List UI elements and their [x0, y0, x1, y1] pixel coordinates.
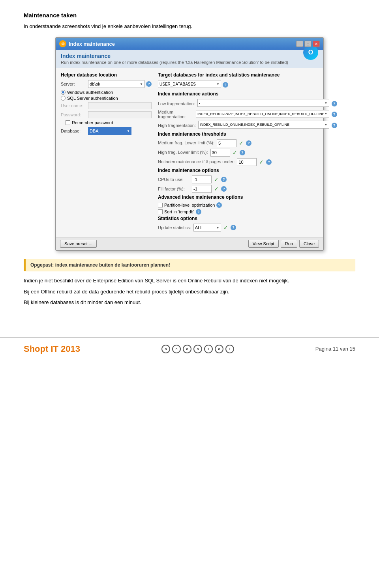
- offline-rebuild-link[interactable]: Offline rebuild: [41, 289, 72, 295]
- server-dropdown[interactable]: db\ok ▼: [88, 80, 144, 88]
- username-row: User name:: [61, 102, 152, 109]
- medium-frag-label: Medium fragmentation:: [158, 110, 193, 119]
- high-frag-dropdown[interactable]: INDEX_REBUILD_ONLINE,INDEX_REBUILD_OFFLI…: [198, 121, 329, 129]
- windows-auth-radio[interactable]: [61, 90, 66, 95]
- sort-tempdb-help-icon[interactable]: ?: [196, 209, 201, 215]
- high-lower-ok-icon: ✓: [233, 149, 237, 156]
- footer-dot-3: o: [183, 345, 191, 353]
- dialog-header-title: Index maintenance: [61, 53, 318, 59]
- minimize-button[interactable]: _: [296, 41, 303, 47]
- update-stats-value: ALL: [195, 225, 203, 230]
- cpus-row: CPUs to use: ✓ ?: [158, 175, 337, 183]
- medium-lower-row: Medium frag. Lower limit (%): ✓ ?: [158, 139, 337, 147]
- server-row: Server: db\ok ▼ ?: [61, 80, 152, 88]
- update-stats-dropdown[interactable]: ALL ▼: [193, 224, 221, 231]
- partition-opt-help-icon[interactable]: ?: [216, 202, 222, 208]
- medium-frag-help-icon[interactable]: ?: [332, 112, 337, 117]
- medium-lower-label: Medium frag. Lower limit (%):: [158, 140, 214, 146]
- windows-auth-label: Windows authentication: [67, 90, 113, 95]
- medium-lower-help-icon[interactable]: ?: [246, 140, 251, 146]
- footer-dot-5: I: [204, 345, 213, 353]
- partition-opt-label: Partition-level optimization: [164, 203, 215, 207]
- online-rebuild-link[interactable]: Online Rebuild: [188, 278, 221, 284]
- close-button[interactable]: Close: [299, 240, 319, 248]
- stats-title: Statistics options: [158, 216, 337, 221]
- paragraph-2: Bij een Offline rebuild zal de data gedu…: [24, 288, 355, 296]
- no-index-help-icon[interactable]: ?: [266, 159, 272, 165]
- update-stats-label: Update statistics:: [158, 225, 191, 230]
- update-stats-row: Update statistics: ALL ▼ ✓ ?: [158, 224, 337, 231]
- medium-lower-ok-icon: ✓: [239, 140, 244, 146]
- footer-btn-group: View Script Run Close: [248, 240, 319, 248]
- high-frag-help-icon[interactable]: ?: [332, 123, 337, 128]
- remember-password-checkbox[interactable]: [66, 120, 70, 125]
- high-lower-label: High frag. Lower limit (%):: [158, 150, 208, 155]
- high-lower-row: High frag. Lower limit (%): ✓ ?: [158, 149, 337, 157]
- low-frag-dropdown[interactable]: - ▼: [197, 99, 329, 107]
- dialog-title: Index maintenance: [69, 41, 115, 47]
- options-title: Index maintenance options: [158, 168, 337, 173]
- fill-factor-input[interactable]: [192, 185, 212, 193]
- maximize-button[interactable]: □: [304, 41, 311, 47]
- fill-factor-label: Fill factor (%):: [158, 187, 190, 191]
- windows-auth-option[interactable]: Windows authentication: [61, 90, 152, 95]
- save-preset-button[interactable]: Save preset ...: [60, 240, 97, 248]
- target-db-help-icon[interactable]: ?: [223, 82, 228, 88]
- low-frag-arrow: ▼: [325, 101, 328, 105]
- username-input[interactable]: [88, 102, 152, 109]
- no-index-input[interactable]: [237, 158, 257, 166]
- footer-dot-4: o: [193, 345, 202, 353]
- sort-tempdb-checkbox[interactable]: [158, 209, 163, 214]
- medium-lower-input[interactable]: [217, 139, 236, 147]
- footer-brand: Shopt IT 2013: [24, 344, 80, 354]
- remember-password-label: Remember password: [72, 120, 113, 125]
- sql-auth-radio[interactable]: [61, 96, 66, 101]
- target-db-row: USER_DATABASES ▼ ?: [158, 80, 337, 89]
- footer-dot-7: I: [225, 345, 234, 353]
- cpus-ok-icon: ✓: [214, 176, 219, 183]
- section-title: Maintenance taken: [24, 12, 355, 19]
- high-lower-input[interactable]: [210, 149, 230, 157]
- run-button[interactable]: Run: [281, 240, 297, 248]
- target-db-dropdown[interactable]: USER_DATABASES ▼: [158, 80, 221, 88]
- titlebar-controls: _ □ ✕: [296, 41, 320, 47]
- server-help-icon[interactable]: ?: [146, 81, 152, 87]
- dialog-footer: Save preset ... View Script Run Close: [56, 237, 323, 250]
- high-frag-arrow: ▼: [325, 123, 328, 127]
- username-label: User name:: [61, 103, 86, 108]
- no-index-ok-icon: ✓: [259, 159, 264, 165]
- auth-radio-group: Windows authentication SQL Server authen…: [61, 90, 152, 101]
- paragraph-3: Bij kleinere databases is dit minder dan…: [24, 299, 355, 306]
- high-lower-help-icon[interactable]: ?: [240, 150, 245, 155]
- titlebar-left: ⚙ Index maintenance: [59, 40, 115, 47]
- thresholds-title: Index maintenance thresholds: [158, 131, 337, 137]
- footer-dot-6: o: [215, 345, 223, 353]
- database-dropdown[interactable]: DBA ▼: [88, 127, 131, 135]
- dialog-header: O Index maintenance Run index maintenanc…: [56, 50, 323, 68]
- remember-password-row: Remember password: [61, 120, 152, 125]
- cpus-input[interactable]: [192, 175, 212, 183]
- no-index-label: No index maintenance if # pages under:: [158, 159, 235, 164]
- medium-frag-arrow: ▼: [325, 112, 328, 116]
- database-label: Database:: [61, 129, 86, 133]
- dialog-body: Helper database location Server: db\ok ▼…: [56, 68, 323, 237]
- password-input[interactable]: [88, 111, 152, 118]
- right-panel: Target databases for index and statistic…: [158, 72, 337, 233]
- sql-auth-option[interactable]: SQL Server authentication: [61, 96, 152, 101]
- medium-frag-dropdown[interactable]: INDEX_REORGANIZE,INDEX_REBUILD_ONLINE,IN…: [196, 110, 329, 118]
- low-frag-help-icon[interactable]: ?: [332, 101, 337, 106]
- adv-title: Advanced index maintenance options: [158, 194, 337, 200]
- cpus-label: CPUs to use:: [158, 177, 190, 182]
- view-script-button[interactable]: View Script: [248, 240, 279, 248]
- fill-factor-help-icon[interactable]: ?: [221, 186, 227, 192]
- target-db-value: USER_DATABASES: [159, 82, 196, 86]
- dialog-icon: ⚙: [59, 40, 66, 47]
- close-titlebar-button[interactable]: ✕: [313, 41, 320, 47]
- helper-db-title: Helper database location: [61, 72, 152, 78]
- dialog-titlebar: ⚙ Index maintenance _ □ ✕: [56, 38, 323, 50]
- partition-opt-checkbox[interactable]: [158, 203, 163, 207]
- update-stats-help-icon[interactable]: ?: [231, 225, 236, 230]
- partition-opt-row: Partition-level optimization ?: [158, 202, 337, 208]
- cpus-help-icon[interactable]: ?: [221, 177, 227, 182]
- footer-dots: o o o o I o I: [161, 345, 234, 353]
